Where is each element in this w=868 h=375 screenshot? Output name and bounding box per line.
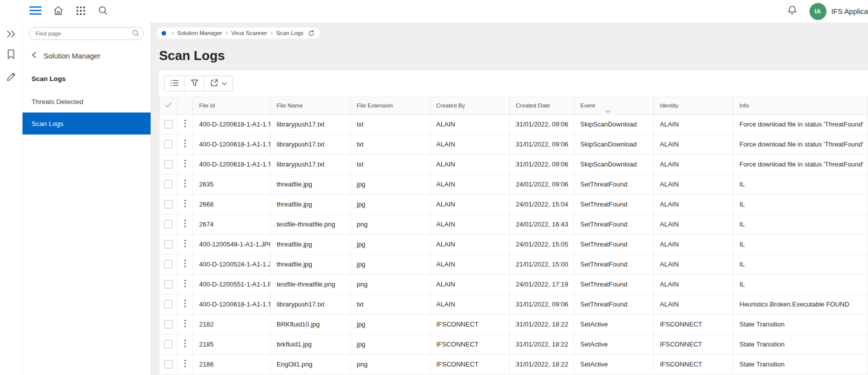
row-checkbox[interactable] [164,320,173,328]
column-header-created-by[interactable]: Created By [430,97,510,114]
row-checkbox[interactable] [164,140,173,148]
row-menu-button[interactable] [184,280,186,288]
table-row[interactable]: 400-D-1200618-1-A1-1.TXTlibrarypush17.tx… [160,294,868,314]
select-all-checkbox[interactable] [160,97,178,114]
list-view-button[interactable] [165,76,185,91]
row-checkbox[interactable] [164,280,173,288]
row-menu-button[interactable] [184,260,186,268]
user-avatar[interactable]: IA [809,3,826,20]
cell-file-name: testfile-threatfile.png [271,274,351,294]
row-checkbox[interactable] [164,120,173,128]
home-button[interactable] [52,6,64,18]
row-checkbox[interactable] [164,360,173,368]
row-menu-button[interactable] [184,160,186,168]
cell-event: SkipScanDownload [574,114,654,134]
table-row[interactable]: 400-D-1200618-1-A1-1.TXTlibrarypush17.tx… [160,154,868,174]
app-launcher-button[interactable] [75,6,87,18]
column-label: Created By [436,102,465,108]
cell-created-by: IFSCONNECT [430,334,510,354]
cell-created-date: 31/01/2022, 09:06 [510,294,574,314]
row-menu-cell [178,334,193,354]
column-header-info[interactable]: Info [733,97,868,114]
row-menu-button[interactable] [184,200,186,208]
table-row[interactable]: 400-D-1200551-1-A1-1.PNGtestfile-threatf… [160,274,868,294]
kebab-icon [184,120,186,128]
row-checkbox[interactable] [164,200,173,208]
row-menu-button[interactable] [184,140,186,148]
column-header-file-id[interactable]: File Id [193,97,271,114]
pencil-icon [7,72,16,83]
cell-file-id: 400-D-1200618-1-A1-1.TXT [193,114,271,134]
table-row[interactable]: 400-D-1200618-1-A1-1.TXTlibrarypush17.tx… [160,114,868,134]
row-menu-button[interactable] [184,340,186,348]
row-checkbox[interactable] [164,180,173,188]
table-row[interactable]: 2185brkfluid1.jpgjpgIFSCONNECT31/01/2022… [160,334,868,354]
row-menu-button[interactable] [184,240,186,248]
breadcrumb-item-scan-logs[interactable]: Scan Logs [276,30,303,36]
cell-event: SetActive [574,314,654,334]
cell-created-date: 31/01/2022, 18:22 [510,314,574,334]
column-header-identity[interactable]: Identity [654,97,733,114]
cell-file-extension: png [351,214,430,234]
row-checkbox[interactable] [164,300,173,308]
column-header-event[interactable]: Event [574,97,654,114]
back-button[interactable]: Solution Manager [31,52,151,60]
column-header-created-date[interactable]: Created Date [510,97,574,114]
top-bar: IA IFS Applica [0,0,868,22]
row-menu-button[interactable] [184,300,186,308]
column-label: Event [580,102,595,108]
notifications-button[interactable] [786,6,798,18]
row-menu-cell [178,114,193,134]
row-menu-cell [178,214,193,234]
table-row[interactable]: 2182BRKfluid10.jpgjpgIFSCONNECT31/01/202… [160,314,868,334]
breadcrumb-item-solution-manager[interactable]: Solution Manager [177,30,222,36]
cell-created-date: 31/01/2022, 18:22 [510,334,574,354]
table-header-row: File IdFile NameFile ExtensionCreated By… [160,97,868,114]
cell-created-date: 31/01/2022, 09:06 [510,154,574,174]
row-checkbox[interactable] [164,240,173,248]
cell-identity: ALAIN [654,114,733,134]
row-menu-button[interactable] [184,120,186,128]
table-row[interactable]: 400-D-1200618-1-A1-1.TXTlibrarypush17.tx… [160,134,868,154]
row-checkbox[interactable] [164,260,173,268]
table-row[interactable]: 400-D-1200524-1-A1-1.JPGthreatfile.jpgjp… [160,254,868,274]
table-row[interactable]: 2635threatfile.jpgjpgALAIN24/01/2022, 09… [160,174,868,194]
row-checkbox-cell [160,234,178,254]
cell-file-id: 400-D-1200618-1-A1-1.TXT [193,134,271,154]
row-menu-cell [178,294,193,314]
filter-button[interactable] [185,76,205,91]
row-menu-button[interactable] [184,360,186,368]
cell-info: Force download file in status 'ThreatFou… [733,154,868,174]
table-row[interactable]: 2186EngOil1.pngpngIFSCONNECT31/01/2022, … [160,354,868,374]
row-menu-button[interactable] [184,220,186,228]
export-button[interactable] [205,76,233,91]
table-row[interactable]: 2668threatfile.jpgjpgALAIN24/01/2022, 15… [160,194,868,214]
find-page-input[interactable] [29,27,144,40]
table-row[interactable]: 2674testfile-threatfile.pngpngALAIN24/01… [160,214,868,234]
annotate-button[interactable] [4,70,18,84]
refresh-button[interactable] [308,30,315,36]
expand-rail-button[interactable] [4,28,18,42]
row-checkbox[interactable] [164,160,173,168]
refresh-icon [308,30,315,36]
column-header-file-name[interactable]: File Name [271,97,351,114]
sidebar-item-scan-logs[interactable]: Scan Logs [23,112,151,134]
breadcrumb-separator-icon: › [226,30,228,36]
breadcrumb-item-virus-scanner[interactable]: Virus Scanner [231,30,267,36]
bookmarks-button[interactable] [4,48,18,62]
menu-button[interactable] [30,6,42,18]
table-row[interactable]: 400-1200548-1-A1-1.JPGthreatfile.jpgjpgA… [160,234,868,254]
cell-info: State Transition [733,314,868,334]
navigation-sidebar: Solution Manager Scan Logs Threats Detec… [23,22,151,375]
global-search-button[interactable] [97,6,109,18]
row-checkbox[interactable] [164,340,173,348]
row-checkbox[interactable] [164,220,173,228]
cell-identity: ALAIN [654,214,733,234]
row-menu-button[interactable] [184,320,186,328]
row-menu-button[interactable] [184,180,186,188]
kebab-icon [184,160,186,168]
cell-created-by: ALAIN [430,274,510,294]
sidebar-item-threats-detected[interactable]: Threats Detected [23,90,151,112]
cell-info: Heuristics.Broken.Executable FOUND [733,294,868,314]
column-header-file-extension[interactable]: File Extension [351,97,430,114]
